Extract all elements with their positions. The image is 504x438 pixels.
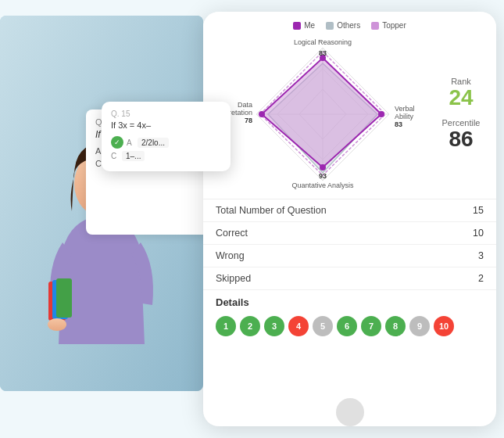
svg-text:Data: Data	[237, 101, 252, 109]
svg-text:83: 83	[318, 49, 326, 57]
chart-legend: Me Others Topper	[211, 21, 488, 30]
stats-label-correct: Correct	[216, 228, 248, 239]
tablet-content: Me Others Topper	[203, 12, 496, 393]
tablet-home-button[interactable]	[336, 398, 364, 426]
question-overlay-card: Q. 15 If 3x = 4x– ✓ A 2/2lo... C 1–...	[102, 102, 231, 171]
stats-value-total: 15	[473, 205, 484, 216]
radar-wrapper: Logical Reasoning 83 Verbal Ability 83 9…	[211, 36, 488, 192]
svg-point-20	[320, 164, 326, 171]
legend-me: Me	[293, 21, 315, 30]
svg-text:93: 93	[318, 172, 326, 180]
svg-point-21	[259, 111, 265, 117]
correct-check-icon: ✓	[111, 136, 123, 149]
bubble-2[interactable]: 2	[240, 316, 260, 336]
stats-row-wrong: Wrong 3	[203, 245, 496, 267]
rank-value: 24	[434, 86, 488, 110]
stats-row-total: Total Number of Question 15	[203, 199, 496, 222]
percentile-value: 86	[434, 127, 488, 152]
svg-text:83: 83	[395, 120, 402, 128]
svg-text:Quantative Analysis: Quantative Analysis	[291, 181, 354, 189]
details-section: Details 1 2 3 4 5 6 7 8 9 10	[203, 290, 496, 346]
bubble-8[interactable]: 8	[385, 316, 406, 336]
stats-row-correct: Correct 10	[203, 222, 496, 245]
svg-point-9	[48, 318, 66, 331]
details-title: Details	[216, 296, 484, 308]
bubble-3[interactable]: 3	[264, 316, 284, 336]
overlay-question-number: Q. 15	[111, 110, 221, 118]
svg-text:Logical Reasoning: Logical Reasoning	[293, 38, 351, 46]
stats-table: Total Number of Question 15 Correct 10 W…	[203, 199, 496, 290]
bubble-4[interactable]: 4	[288, 316, 309, 336]
stats-value-correct: 10	[473, 228, 484, 239]
stats-value-skipped: 2	[478, 273, 484, 284]
overlay-question-text: If 3x = 4x–	[111, 120, 221, 130]
stats-label-total: Total Number of Question	[216, 205, 327, 216]
rank-panel: Rank 24 Percentile 86	[434, 77, 488, 152]
stats-label-wrong: Wrong	[216, 250, 245, 261]
number-bubbles: 1 2 3 4 5 6 7 8 9 10	[216, 316, 484, 336]
svg-marker-16	[262, 58, 381, 167]
radar-chart: Logical Reasoning 83 Verbal Ability 83 9…	[211, 36, 434, 192]
stats-row-skipped: Skipped 2	[203, 267, 496, 290]
bubble-1[interactable]: 1	[216, 316, 236, 336]
stats-value-wrong: 3	[478, 250, 484, 261]
svg-point-19	[378, 111, 384, 117]
svg-text:78: 78	[244, 117, 252, 124]
tablet-card: Me Others Topper	[203, 12, 496, 426]
overlay-option-a: ✓ A 2/2lo...	[111, 136, 221, 149]
svg-text:Verbal: Verbal	[395, 105, 415, 113]
legend-others: Others	[326, 21, 360, 30]
bubble-10[interactable]: 10	[434, 316, 454, 336]
bubble-9[interactable]: 9	[409, 316, 430, 336]
radar-section: Me Others Topper	[203, 12, 496, 199]
legend-topper-dot	[371, 22, 379, 30]
legend-topper: Topper	[371, 21, 406, 30]
stats-label-skipped: Skipped	[216, 273, 251, 284]
legend-others-dot	[326, 22, 334, 30]
bubble-5[interactable]: 5	[313, 316, 333, 336]
legend-me-dot	[293, 22, 301, 30]
bubble-6[interactable]: 6	[337, 316, 357, 336]
svg-text:Ability: Ability	[395, 113, 414, 120]
svg-rect-8	[56, 278, 72, 318]
overlay-option-c: C 1–...	[111, 151, 221, 161]
bubble-7[interactable]: 7	[361, 316, 381, 336]
